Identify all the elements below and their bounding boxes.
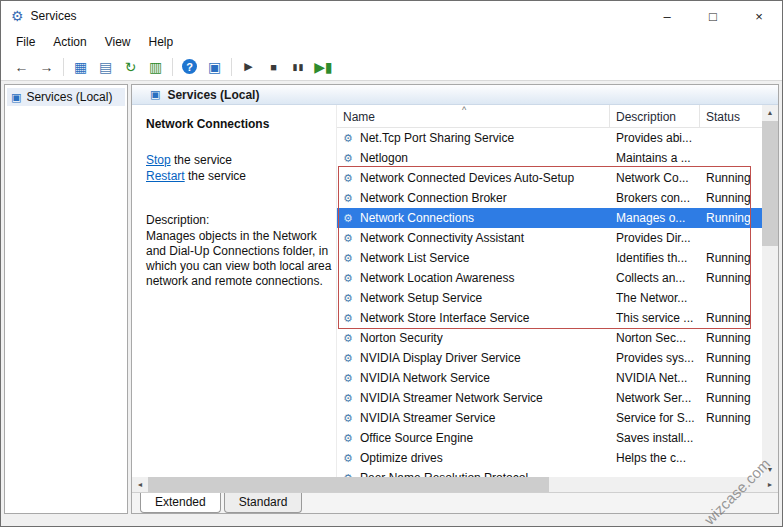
scroll-right-icon[interactable]: ► (762, 477, 778, 492)
tab-extended[interactable]: Extended (140, 493, 221, 513)
refresh-button[interactable]: ↻ (118, 56, 143, 78)
help-button[interactable]: ? (177, 56, 202, 78)
service-description: Identifies th... (610, 251, 700, 265)
service-description: Manages o... (610, 211, 700, 225)
service-name: NVIDIA Streamer Network Service (360, 391, 610, 405)
service-status: Running (700, 331, 762, 345)
console-tree-panel: ▣ Services (Local) (4, 84, 128, 514)
minimize-button[interactable]: – (644, 1, 690, 31)
table-row[interactable]: ⚙ Network Connection Broker Brokers con.… (337, 188, 762, 208)
service-description: Collects an... (610, 271, 700, 285)
window-list-button[interactable]: ▥ (143, 56, 168, 78)
tree-item-services-local[interactable]: ▣ Services (Local) (7, 88, 125, 106)
menu-help[interactable]: Help (140, 33, 183, 51)
menu-view[interactable]: View (96, 33, 140, 51)
service-gear-icon: ⚙ (337, 372, 360, 385)
service-status: Running (700, 311, 762, 325)
table-row[interactable]: ⚙ Peer Name Resolution Protocol (337, 468, 762, 477)
service-status: Running (700, 411, 762, 425)
service-name: NVIDIA Display Driver Service (360, 351, 610, 365)
service-description: Norton Sec... (610, 331, 700, 345)
forward-button[interactable]: → (34, 56, 59, 78)
service-gear-icon: ⚙ (337, 232, 360, 245)
horizontal-scroll-thumb[interactable] (148, 477, 549, 492)
tab-standard[interactable]: Standard (224, 493, 303, 513)
service-gear-icon: ⚙ (337, 452, 360, 465)
stop-service-button[interactable]: ■ (261, 56, 286, 78)
service-gear-icon: ⚙ (337, 472, 360, 478)
table-row[interactable]: ⚙ NVIDIA Streamer Network Service Networ… (337, 388, 762, 408)
table-row[interactable]: ⚙ Network Connected Devices Auto-Setup N… (337, 168, 762, 188)
service-description: Provides Dir... (610, 231, 700, 245)
service-status: Running (700, 191, 762, 205)
service-detail-pane: Network Connections Stop the service Res… (132, 105, 336, 477)
table-row[interactable]: ⚙ Network List Service Identifies th... … (337, 248, 762, 268)
service-gear-icon: ⚙ (337, 172, 360, 185)
toolbar-separator (231, 58, 232, 76)
start-service-button[interactable]: ▶ (236, 56, 261, 78)
table-row[interactable]: ⚙ NVIDIA Streamer Service Service for S.… (337, 408, 762, 428)
service-description: Provides abi... (610, 131, 700, 145)
toolbar-separator (63, 58, 64, 76)
close-button[interactable]: × (736, 1, 782, 31)
service-status: Running (700, 171, 762, 185)
table-row-selected[interactable]: ⚙ Network Connections Manages o... Runni… (337, 208, 762, 228)
service-description: The Networ... (610, 291, 700, 305)
export-list-button[interactable]: ▤ (93, 56, 118, 78)
column-name-label: Name (343, 110, 375, 124)
horizontal-scrollbar[interactable]: ◄ ► (132, 477, 778, 492)
table-row[interactable]: ⚙ Norton Security Norton Sec... Running (337, 328, 762, 348)
column-status-label: Status (706, 110, 740, 124)
column-header-status[interactable]: Status (700, 105, 762, 127)
toolbar: ← → ▦ ▤ ↻ ▥ ? ▣ ▶ ■ ▮▮ ▶▮ (1, 53, 782, 81)
service-gear-icon: ⚙ (337, 352, 360, 365)
service-name: Network List Service (360, 251, 610, 265)
table-row[interactable]: ⚙ Netlogon Maintains a ... (337, 148, 762, 168)
table-row[interactable]: ⚙ Optimize drives Helps the c... (337, 448, 762, 468)
vertical-scroll-thumb[interactable] (762, 121, 778, 246)
restart-service-button[interactable]: ▶▮ (311, 56, 336, 78)
table-row[interactable]: ⚙ Office Source Engine Saves install... (337, 428, 762, 448)
column-header-description[interactable]: Description (610, 105, 700, 127)
service-gear-icon: ⚙ (337, 392, 360, 405)
column-description-label: Description (616, 110, 676, 124)
vertical-scrollbar[interactable]: ▲ ▼ (762, 105, 778, 477)
window-controls: – □ × (644, 1, 782, 31)
scroll-down-icon[interactable]: ▼ (762, 462, 778, 477)
service-description: This service ... (610, 311, 700, 325)
menu-action[interactable]: Action (44, 33, 95, 51)
show-console-tree-button[interactable]: ▦ (68, 56, 93, 78)
table-row[interactable]: ⚙ NVIDIA Network Service NVIDIA Net... R… (337, 368, 762, 388)
main-header-title: Services (Local) (167, 88, 259, 102)
service-name: Optimize drives (360, 451, 610, 465)
title-bar: ⚙ Services – □ × (1, 1, 782, 31)
menu-file[interactable]: File (7, 33, 44, 51)
service-gear-icon: ⚙ (337, 152, 360, 165)
back-button[interactable]: ← (9, 56, 34, 78)
services-main-panel: ▣ Services (Local) Network Connections S… (131, 84, 779, 514)
table-row[interactable]: ⚙ Network Store Interface Service This s… (337, 308, 762, 328)
properties-button[interactable]: ▣ (202, 56, 227, 78)
tree-item-label: Services (Local) (26, 90, 112, 104)
column-header-name[interactable]: ^ Name (337, 105, 610, 127)
service-gear-icon: ⚙ (337, 252, 360, 265)
service-name: Peer Name Resolution Protocol (360, 471, 610, 477)
scroll-left-icon[interactable]: ◄ (132, 477, 148, 492)
restart-service-link[interactable]: Restart (146, 169, 185, 183)
table-row[interactable]: ⚙ Network Location Awareness Collects an… (337, 268, 762, 288)
scroll-up-icon[interactable]: ▲ (762, 105, 778, 120)
service-name: Network Store Interface Service (360, 311, 610, 325)
table-row[interactable]: ⚙ NVIDIA Display Driver Service Provides… (337, 348, 762, 368)
services-app-icon: ⚙ (11, 8, 24, 24)
service-description: Maintains a ... (610, 151, 700, 165)
table-row[interactable]: ⚙ Net.Tcp Port Sharing Service Provides … (337, 128, 762, 148)
service-name: Network Connected Devices Auto-Setup (360, 171, 610, 185)
table-row[interactable]: ⚙ Network Setup Service The Networ... (337, 288, 762, 308)
table-row[interactable]: ⚙ Network Connectivity Assistant Provide… (337, 228, 762, 248)
maximize-button[interactable]: □ (690, 1, 736, 31)
pause-service-button[interactable]: ▮▮ (286, 56, 311, 78)
service-description: Brokers con... (610, 191, 700, 205)
stop-service-link[interactable]: Stop (146, 153, 171, 167)
service-name: Network Location Awareness (360, 271, 610, 285)
service-gear-icon: ⚙ (337, 272, 360, 285)
